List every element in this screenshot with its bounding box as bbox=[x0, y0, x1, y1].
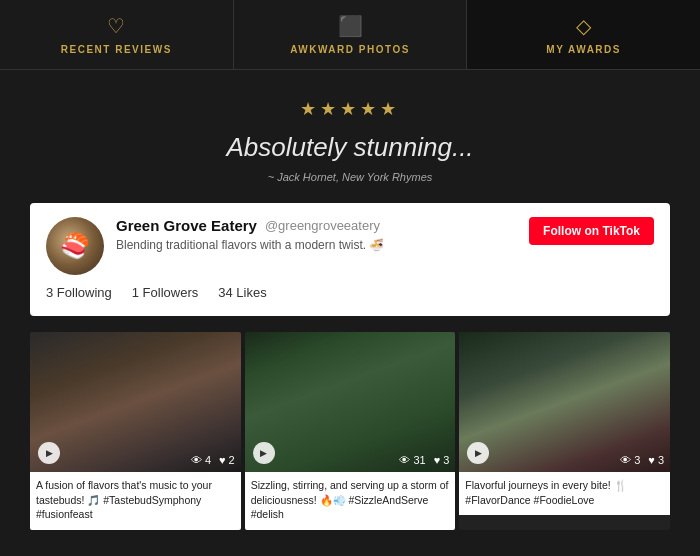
view-count-1: 👁 4 bbox=[191, 454, 211, 466]
diamond-icon: ◇ bbox=[576, 14, 591, 38]
video-meta-1: 👁 4 ♥ 2 bbox=[191, 454, 235, 466]
play-button-2[interactable]: ▶ bbox=[253, 442, 275, 464]
review-author: ~ Jack Hornet, New York Rhymes bbox=[20, 171, 680, 183]
review-quote: Absolutely stunning... bbox=[20, 132, 680, 163]
likes-count: 34 Likes bbox=[218, 285, 266, 300]
like-count-1: ♥ 2 bbox=[219, 454, 235, 466]
video-thumbnail-3: ▶ 👁 3 ♥ 3 bbox=[459, 332, 670, 472]
play-button-3[interactable]: ▶ bbox=[467, 442, 489, 464]
tab-my-awards[interactable]: ◇ MY AWARDS bbox=[467, 0, 700, 69]
main-container: ♡ RECENT REVIEWS ⬛ AWKWARD PHOTOS ◇ MY A… bbox=[0, 0, 700, 530]
video-card-1[interactable]: ▶ 👁 4 ♥ 2 A fusion of flavors that's mus… bbox=[30, 332, 241, 530]
like-count-3: ♥ 3 bbox=[648, 454, 664, 466]
follow-tiktok-button[interactable]: Follow on TikTok bbox=[529, 217, 654, 245]
top-navigation: ♡ RECENT REVIEWS ⬛ AWKWARD PHOTOS ◇ MY A… bbox=[0, 0, 700, 70]
tab-recent-reviews[interactable]: ♡ RECENT REVIEWS bbox=[0, 0, 234, 69]
view-count-2: 👁 31 bbox=[399, 454, 425, 466]
tab-my-awards-label: MY AWARDS bbox=[546, 44, 621, 55]
eye-icon-2: 👁 bbox=[399, 454, 410, 466]
video-thumbnail-1: ▶ 👁 4 ♥ 2 bbox=[30, 332, 241, 472]
tab-awkward-photos[interactable]: ⬛ AWKWARD PHOTOS bbox=[234, 0, 468, 69]
profile-info: Green Grove Eatery @greengroveeatery Ble… bbox=[116, 217, 517, 252]
heart-icon-2: ♥ bbox=[434, 454, 441, 466]
following-count: 3 Following bbox=[46, 285, 112, 300]
followers-count: 1 Followers bbox=[132, 285, 198, 300]
video-caption-3: Flavorful journeys in every bite! 🍴 #Fla… bbox=[459, 472, 670, 515]
eye-icon-3: 👁 bbox=[620, 454, 631, 466]
profile-name-row: Green Grove Eatery @greengroveeatery bbox=[116, 217, 517, 234]
avatar-image: 🍣 bbox=[46, 217, 104, 275]
profile-stats: 3 Following 1 Followers 34 Likes bbox=[46, 285, 654, 300]
video-meta-3: 👁 3 ♥ 3 bbox=[620, 454, 664, 466]
heart-icon-3: ♥ bbox=[648, 454, 655, 466]
star-rating: ★★★★★ bbox=[20, 98, 680, 120]
tab-awkward-photos-label: AWKWARD PHOTOS bbox=[290, 44, 410, 55]
video-card-2[interactable]: ▶ 👁 31 ♥ 3 Sizzling, stirring, and servi… bbox=[245, 332, 456, 530]
avatar: 🍣 bbox=[46, 217, 104, 275]
profile-bio: Blending traditional flavors with a mode… bbox=[116, 238, 517, 252]
play-button-1[interactable]: ▶ bbox=[38, 442, 60, 464]
eye-icon-1: 👁 bbox=[191, 454, 202, 466]
video-thumbnail-2: ▶ 👁 31 ♥ 3 bbox=[245, 332, 456, 472]
video-meta-2: 👁 31 ♥ 3 bbox=[399, 454, 449, 466]
profile-header: 🍣 Green Grove Eatery @greengroveeatery B… bbox=[46, 217, 654, 275]
review-section: ★★★★★ Absolutely stunning... ~ Jack Horn… bbox=[0, 70, 700, 203]
photo-icon: ⬛ bbox=[338, 14, 363, 38]
video-card-3[interactable]: ▶ 👁 3 ♥ 3 Flavorful journeys in every bi… bbox=[459, 332, 670, 530]
profile-card: 🍣 Green Grove Eatery @greengroveeatery B… bbox=[30, 203, 670, 316]
like-count-2: ♥ 3 bbox=[434, 454, 450, 466]
profile-handle: @greengroveeatery bbox=[265, 218, 380, 233]
tab-recent-reviews-label: RECENT REVIEWS bbox=[61, 44, 172, 55]
video-caption-1: A fusion of flavors that's music to your… bbox=[30, 472, 241, 530]
heart-icon: ♡ bbox=[107, 14, 125, 38]
video-caption-2: Sizzling, stirring, and serving up a sto… bbox=[245, 472, 456, 530]
view-count-3: 👁 3 bbox=[620, 454, 640, 466]
heart-icon-1: ♥ bbox=[219, 454, 226, 466]
profile-name: Green Grove Eatery bbox=[116, 217, 257, 234]
video-grid: ▶ 👁 4 ♥ 2 A fusion of flavors that's mus… bbox=[30, 332, 670, 530]
